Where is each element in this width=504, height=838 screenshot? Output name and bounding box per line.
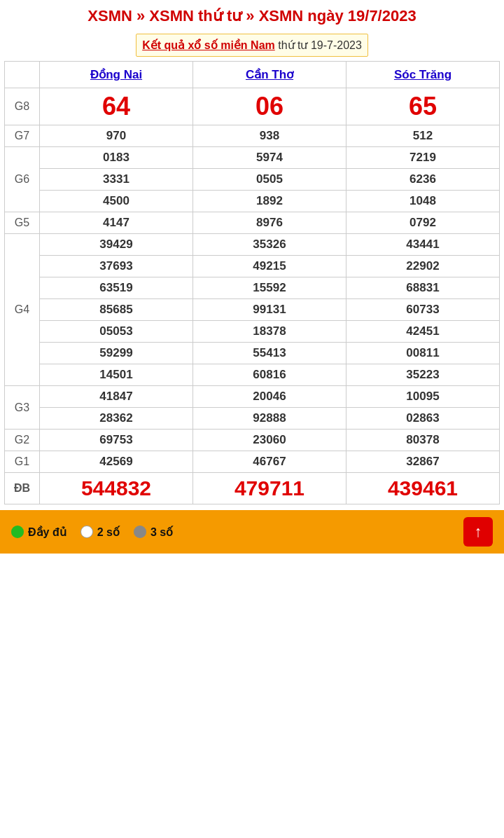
row-value: 7219 — [346, 147, 500, 169]
row-label: G1 — [5, 451, 40, 473]
row-value: 22902 — [346, 256, 500, 277]
row-value: 49215 — [193, 256, 346, 277]
lottery-table: Đồng Nai Cần Thơ Sóc Trăng G8640665G7970… — [4, 61, 500, 504]
row-value: 59299 — [40, 343, 193, 364]
row-value: 0792 — [346, 212, 500, 234]
option-3so-label: 3 số — [150, 526, 173, 539]
row-value: 63519 — [40, 277, 193, 299]
table-row: 450018921048 — [5, 191, 500, 212]
dot-gray-icon — [134, 526, 146, 538]
row-value: 68831 — [346, 277, 500, 299]
row-value: 65 — [346, 88, 500, 125]
row-value: 42569 — [40, 451, 193, 473]
row-value: 69753 — [40, 430, 193, 451]
row-value: 3331 — [40, 169, 193, 191]
row-value: 8976 — [193, 212, 346, 234]
row-value: 60816 — [193, 364, 346, 386]
row-value: 46767 — [193, 451, 346, 473]
row-value: 938 — [193, 125, 346, 147]
row-value: 42451 — [346, 321, 500, 343]
row-value: 0505 — [193, 169, 346, 191]
row-value: 06 — [193, 88, 346, 125]
row-value: 5974 — [193, 147, 346, 169]
row-label: G3 — [5, 386, 40, 430]
row-value: 43441 — [346, 234, 500, 256]
table-row: G6018359747219 — [5, 147, 500, 169]
row-label: G8 — [5, 88, 40, 125]
table-row: G7970938512 — [5, 125, 500, 147]
row-value: 35326 — [193, 234, 346, 256]
row-value: 32867 — [346, 451, 500, 473]
table-row: ĐB544832479711439461 — [5, 473, 500, 504]
row-label: G7 — [5, 125, 40, 147]
option-2so-label: 2 số — [97, 526, 120, 539]
footer-options: Đầy đủ 2 số 3 số — [11, 526, 173, 539]
row-label: G2 — [5, 430, 40, 451]
row-label: ĐB — [5, 473, 40, 504]
row-value: 05053 — [40, 321, 193, 343]
dot-white-icon — [80, 526, 93, 538]
row-label: G6 — [5, 147, 40, 212]
table-row: G4394293532643441 — [5, 234, 500, 256]
row-value: 39429 — [40, 234, 193, 256]
row-value: 92888 — [193, 408, 346, 430]
col-header-can-tho[interactable]: Cần Thơ — [193, 62, 346, 88]
row-value: 41847 — [40, 386, 193, 408]
table-row: 050531837842451 — [5, 321, 500, 343]
row-value: 10095 — [346, 386, 500, 408]
row-value: 970 — [40, 125, 193, 147]
scroll-up-button[interactable]: ↑ — [463, 517, 493, 547]
row-value: 85685 — [40, 299, 193, 321]
table-row: 283629288802863 — [5, 408, 500, 430]
row-value: 80378 — [346, 430, 500, 451]
row-value: 99131 — [193, 299, 346, 321]
table-row: 635191559268831 — [5, 277, 500, 299]
subtitle-link[interactable]: Kết quả xổ số miền Nam — [142, 39, 275, 51]
row-value: 37693 — [40, 256, 193, 277]
row-value: 1048 — [346, 191, 500, 212]
row-value: 35223 — [346, 364, 500, 386]
option-full-label: Đầy đủ — [28, 526, 66, 539]
col-header-dong-nai[interactable]: Đồng Nai — [40, 62, 193, 88]
footer: Đầy đủ 2 số 3 số ↑ — [0, 510, 504, 554]
option-full[interactable]: Đầy đủ — [11, 526, 66, 539]
header: XSMN » XSMN thứ tư » XSMN ngày 19/7/2023… — [0, 0, 504, 61]
row-value: 4147 — [40, 212, 193, 234]
breadcrumb: XSMN » XSMN thứ tư » XSMN ngày 19/7/2023 — [8, 7, 496, 25]
row-value: 4500 — [40, 191, 193, 212]
table-row: G2697532306080378 — [5, 430, 500, 451]
lottery-table-container: Đồng Nai Cần Thơ Sóc Trăng G8640665G7970… — [0, 61, 504, 504]
row-value: 55413 — [193, 343, 346, 364]
row-value: 439461 — [346, 473, 500, 504]
row-value: 15592 — [193, 277, 346, 299]
row-value: 6236 — [346, 169, 500, 191]
table-row: G5414789760792 — [5, 212, 500, 234]
option-3so[interactable]: 3 số — [134, 526, 173, 539]
table-row: G1425694676732867 — [5, 451, 500, 473]
table-row: 592995541300811 — [5, 343, 500, 364]
row-value: 64 — [40, 88, 193, 125]
table-row: 856859913160733 — [5, 299, 500, 321]
option-2so[interactable]: 2 số — [80, 526, 120, 539]
table-row: G8640665 — [5, 88, 500, 125]
row-value: 28362 — [40, 408, 193, 430]
row-value: 02863 — [346, 408, 500, 430]
dot-green-icon — [11, 526, 24, 538]
row-value: 20046 — [193, 386, 346, 408]
table-row: G3418472004610095 — [5, 386, 500, 408]
row-value: 479711 — [193, 473, 346, 504]
table-row: 145016081635223 — [5, 364, 500, 386]
table-header-row: Đồng Nai Cần Thơ Sóc Trăng — [5, 62, 500, 88]
row-value: 00811 — [346, 343, 500, 364]
subtitle-rest: thứ tư 19-7-2023 — [275, 39, 362, 51]
row-value: 512 — [346, 125, 500, 147]
row-value: 544832 — [40, 473, 193, 504]
row-value: 1892 — [193, 191, 346, 212]
row-label: G4 — [5, 234, 40, 386]
table-row: 333105056236 — [5, 169, 500, 191]
col-header-soc-trang[interactable]: Sóc Trăng — [346, 62, 500, 88]
subtitle: Kết quả xổ số miền Nam thứ tư 19-7-2023 — [136, 34, 368, 57]
row-value: 23060 — [193, 430, 346, 451]
row-value: 60733 — [346, 299, 500, 321]
row-value: 0183 — [40, 147, 193, 169]
